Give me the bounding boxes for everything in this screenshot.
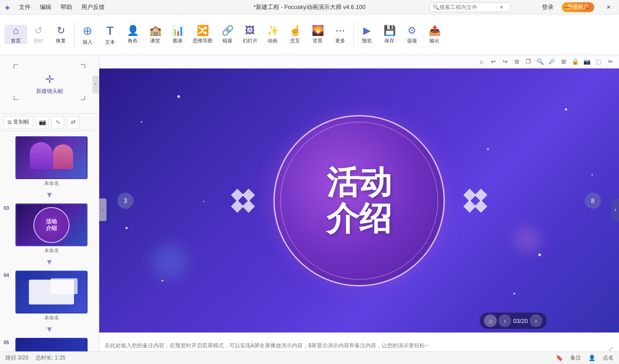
canvas-toolbar: ⌂ ↩ ↪ ⧉ ❐ 🔍 🔎 ⊞ 🔒 📷 ⬚ ✏ bbox=[99, 55, 619, 69]
sparkle bbox=[513, 293, 515, 295]
right-panel-collapse[interactable]: › bbox=[612, 198, 619, 221]
main-title: 活动 介绍 bbox=[327, 165, 392, 236]
sparkle bbox=[141, 121, 142, 123]
menu-file[interactable]: 文件 bbox=[14, 0, 35, 14]
maximize-button[interactable]: □ bbox=[577, 0, 598, 14]
app-icon: ◈ bbox=[0, 0, 14, 14]
note-label[interactable]: 备注 bbox=[570, 354, 581, 362]
ct-grid-btn[interactable]: ⊞ bbox=[559, 57, 568, 67]
menu-bar: 文件 编辑 帮助 用户反馈 bbox=[14, 0, 109, 14]
toolbar-insert[interactable]: ⊕ 插入 bbox=[76, 24, 99, 46]
toolbar-save[interactable]: 💾 保存 bbox=[378, 25, 401, 44]
minimize-button[interactable]: — bbox=[557, 0, 577, 14]
ct-redo-btn[interactable]: ↪ bbox=[500, 57, 510, 67]
slide-separator-1: ▼ bbox=[0, 189, 99, 202]
ct-edit-btn[interactable]: ✏ bbox=[605, 57, 615, 67]
toolbar-classroom[interactable]: 🏫 课堂 bbox=[144, 25, 166, 44]
canvas[interactable]: 3 活动 介绍 bbox=[99, 69, 619, 332]
ct-copy-btn[interactable]: ⧉ bbox=[512, 57, 522, 67]
toolbar-slide[interactable]: 🖼 幻灯片 bbox=[239, 25, 261, 44]
toolbar-chart[interactable]: 📊 图表 bbox=[166, 25, 189, 44]
ct-zoomout-btn[interactable]: 🔎 bbox=[547, 57, 557, 67]
search-icon: 🔍 bbox=[433, 4, 439, 10]
classroom-icon: 🏫 bbox=[149, 25, 162, 37]
text-icon: T bbox=[106, 24, 114, 38]
toolbar-home[interactable]: ⌂ 首页 bbox=[5, 25, 27, 44]
screenshot-button[interactable]: 📷 bbox=[36, 116, 49, 129]
sparkle bbox=[487, 148, 489, 150]
canvas-area: ⌂ ↩ ↪ ⧉ ❐ 🔍 🔎 ⊞ 🔒 📷 ⬚ ✏ bbox=[99, 55, 619, 364]
text-label: 文本 bbox=[105, 39, 115, 46]
toolbar-options[interactable]: ⚙ 选项 bbox=[401, 25, 423, 44]
slide-thumb-04[interactable] bbox=[15, 271, 88, 313]
toolbar-undo[interactable]: ↺ 撤销 bbox=[27, 25, 50, 44]
slide-icon: 🖼 bbox=[245, 25, 255, 37]
titlebar: ◈ 文件 编辑 帮助 用户反馈 *新建工程 - Focusky动画演示大师 v4… bbox=[0, 0, 619, 14]
ct-frame-btn[interactable]: ⬚ bbox=[594, 57, 604, 67]
ct-lock-btn[interactable]: 🔒 bbox=[570, 57, 580, 67]
slide-num-05: 05 bbox=[4, 338, 13, 345]
toolbar-mindmap[interactable]: 🔀 思维导图 bbox=[189, 25, 216, 44]
playback-home-button[interactable]: ⌂ bbox=[484, 314, 497, 327]
slides-panel: ✛ 新建镜头帧 ‹ ⧉ 复制帧 📷 ⤡ ⇄ bbox=[0, 55, 99, 364]
copy-frame-button[interactable]: ⧉ 复制帧 bbox=[4, 116, 33, 129]
slide-separator-2: ▼ bbox=[0, 256, 99, 269]
bookmark-icon: 🔖 bbox=[556, 355, 563, 361]
slide-num-04: 04 bbox=[4, 271, 13, 278]
close-button[interactable]: ✕ bbox=[598, 0, 619, 14]
menu-help[interactable]: 帮助 bbox=[56, 0, 77, 14]
preview-icon: ▶ bbox=[363, 25, 371, 37]
fullscreen-button[interactable]: ⤡ bbox=[51, 116, 64, 129]
toolbar-role[interactable]: 👤 角色 bbox=[121, 25, 144, 44]
playback-prev-button[interactable]: ‹ bbox=[499, 314, 511, 327]
playback-next-button[interactable]: › bbox=[530, 314, 542, 327]
toolbar-background[interactable]: 🌄 背景 bbox=[306, 25, 329, 44]
playback-controls: ⌂ ‹ 03/20 › bbox=[480, 313, 547, 329]
save-label: 保存 bbox=[384, 37, 394, 44]
sparkle bbox=[203, 201, 204, 202]
toolbar-more[interactable]: ⋯ 更多 bbox=[329, 25, 351, 44]
slide-thumb-02[interactable] bbox=[15, 136, 88, 179]
dot-label[interactable]: 点名 bbox=[603, 354, 614, 362]
menu-edit[interactable]: 编辑 bbox=[35, 0, 56, 14]
canvas-collapse-left[interactable]: ‹ bbox=[99, 198, 106, 221]
corner-tl bbox=[14, 64, 18, 69]
role-label: 角色 bbox=[128, 37, 138, 44]
home-icon: ⌂ bbox=[13, 25, 18, 37]
insert-icon: ⊕ bbox=[83, 24, 92, 38]
ct-undo-btn[interactable]: ↩ bbox=[488, 57, 498, 67]
search-bar[interactable]: 🔍 ▼ bbox=[430, 2, 511, 12]
export-label: 输出 bbox=[430, 37, 439, 44]
mindmap-icon: 🔀 bbox=[197, 25, 209, 37]
ct-camera-btn[interactable]: 📷 bbox=[582, 57, 592, 67]
dot-icon: 👤 bbox=[588, 355, 596, 361]
separator-icon-2: ▼ bbox=[46, 258, 54, 267]
ct-home-btn[interactable]: ⌂ bbox=[476, 57, 486, 67]
toolbar-animate[interactable]: ✨ 动画 bbox=[261, 25, 284, 44]
login-button[interactable]: 登录 bbox=[542, 3, 554, 11]
sparkle bbox=[565, 108, 567, 111]
panel-collapse-arrow[interactable]: ‹ bbox=[92, 75, 99, 93]
ct-zoomin-btn[interactable]: 🔍 bbox=[535, 57, 545, 67]
options-icon: ⚙ bbox=[407, 25, 416, 37]
toolbar-link[interactable]: 🔗 链接 bbox=[216, 25, 239, 44]
menu-feedback[interactable]: 用户反馈 bbox=[77, 0, 109, 14]
toolbar-preview[interactable]: ▶ 预览 bbox=[356, 25, 378, 44]
toolbar-export[interactable]: 📤 输出 bbox=[423, 25, 446, 44]
home-label: 首页 bbox=[11, 37, 21, 44]
ct-copy2-btn[interactable]: ❐ bbox=[523, 57, 533, 67]
main-toolbar: ⌂ 首页 ↺ 撤销 ↻ 恢复 ⊕ 插入 T 文本 👤 角色 🏫 课堂 📊 图表 … bbox=[0, 14, 619, 55]
search-input[interactable] bbox=[439, 4, 498, 10]
toolbar-text[interactable]: T 文本 bbox=[99, 24, 121, 46]
sparkle bbox=[538, 253, 541, 256]
toggle-button[interactable]: ⇄ bbox=[67, 116, 79, 129]
slide-label-02: 未命名 bbox=[44, 180, 59, 187]
toolbar-interact[interactable]: ☝ 交互 bbox=[284, 25, 306, 44]
toolbar-redo[interactable]: ↻ 恢复 bbox=[50, 25, 72, 44]
playback-position: 03/20 bbox=[513, 318, 528, 324]
slide-item-02: 未命名 bbox=[0, 134, 99, 189]
interact-icon: ☝ bbox=[289, 25, 301, 37]
slide-thumb-03[interactable]: 活动介绍 bbox=[15, 203, 88, 246]
chart-label: 图表 bbox=[173, 37, 183, 44]
search-dropdown-icon[interactable]: ▼ bbox=[499, 5, 504, 10]
